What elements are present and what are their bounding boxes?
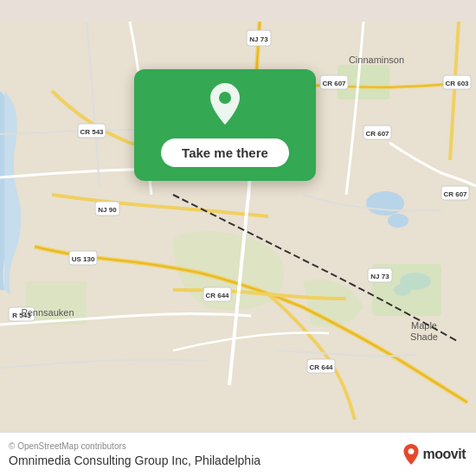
svg-text:CR 603: CR 603 — [445, 80, 469, 87]
moovit-brand-text: moovit — [423, 447, 466, 462]
svg-text:CR 644: CR 644 — [205, 292, 229, 299]
svg-text:Pennsauken: Pennsauken — [21, 307, 74, 318]
svg-point-1 — [366, 191, 404, 215]
bottom-bar: © OpenStreetMap contributors Omnimedia C… — [0, 432, 476, 476]
svg-text:CR 607: CR 607 — [443, 190, 467, 198]
svg-text:Maple: Maple — [411, 320, 437, 331]
svg-text:CR 644: CR 644 — [309, 363, 333, 371]
pin-icon-wrapper — [203, 85, 248, 130]
take-me-there-button[interactable]: Take me there — [161, 138, 289, 167]
svg-text:US 130: US 130 — [72, 255, 95, 263]
moovit-logo: moovit — [402, 444, 466, 465]
svg-text:CR 543: CR 543 — [80, 128, 104, 136]
svg-point-2 — [388, 214, 408, 228]
bottom-info: © OpenStreetMap contributors Omnimedia C… — [9, 441, 261, 467]
svg-text:NJ 73: NJ 73 — [370, 273, 389, 280]
svg-text:NJ 90: NJ 90 — [98, 206, 117, 214]
svg-point-37 — [408, 448, 414, 454]
location-pin-icon — [204, 83, 246, 132]
svg-point-36 — [219, 92, 231, 104]
svg-text:CR 607: CR 607 — [322, 80, 346, 87]
moovit-pin-icon — [402, 444, 420, 465]
svg-text:Shade: Shade — [410, 331, 438, 342]
location-card: Take me there — [134, 69, 316, 181]
svg-text:NJ 73: NJ 73 — [249, 35, 268, 43]
map-container: NJ 73 CR 607 CR 607 CR 607 CR 603 CR 543… — [0, 0, 476, 476]
svg-text:Cinnaminson: Cinnaminson — [349, 55, 404, 65]
location-name: Omnimedia Consulting Group Inc, Philadel… — [9, 453, 261, 467]
svg-text:CR 607: CR 607 — [365, 130, 389, 138]
map-attribution: © OpenStreetMap contributors — [9, 441, 261, 451]
